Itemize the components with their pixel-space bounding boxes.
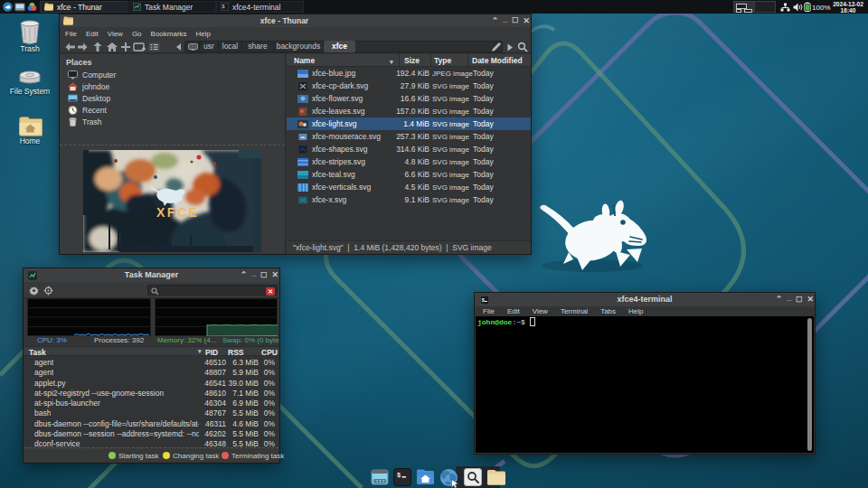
svg-text:$: $ <box>482 296 486 303</box>
svg-text:XFCE: XFCE <box>156 205 199 220</box>
svg-text:$: $ <box>222 5 225 10</box>
svg-text:$: $ <box>397 472 401 479</box>
